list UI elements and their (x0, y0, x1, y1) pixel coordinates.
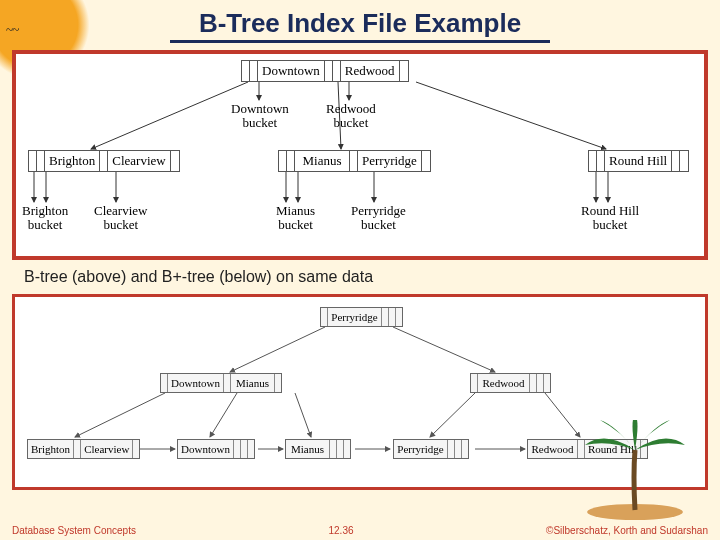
pointer-cell (74, 440, 81, 458)
svg-line-19 (545, 393, 580, 437)
btree-leaf-node: Round Hill (588, 150, 689, 172)
key-cell: Clearview (81, 440, 133, 458)
key-cell: Perryridge (394, 440, 448, 458)
bplus-leaf-node: Downtown (177, 439, 255, 459)
pointer-cell (597, 151, 605, 171)
pointer-cell (325, 61, 333, 81)
bucket-label: Redwood bucket (326, 102, 376, 131)
title-underline (170, 40, 550, 43)
pointer-cell (471, 374, 478, 392)
svg-point-24 (587, 504, 683, 520)
bucket-label: Downtown bucket (231, 102, 289, 131)
svg-line-16 (210, 393, 237, 437)
footer-right: ©Silberschatz, Korth and Sudarshan (546, 525, 708, 536)
pointer-cell (344, 440, 350, 458)
bplus-root-node: Perryridge (320, 307, 403, 327)
pointer-cell (234, 440, 241, 458)
key-cell: Clearview (108, 151, 170, 171)
key-cell: Downtown (258, 61, 325, 81)
pointer-cell (37, 151, 45, 171)
bucket-label: Mianus bucket (276, 204, 315, 233)
btree-panel: Downtown Redwood Downtown bucket Redwood… (12, 50, 708, 260)
svg-line-15 (75, 393, 165, 437)
pointer-cell (672, 151, 680, 171)
pointer-cell (589, 151, 597, 171)
pointer-cell (455, 440, 462, 458)
key-cell: Redwood (478, 374, 530, 392)
key-cell: Brighton (45, 151, 100, 171)
footer-mid: 12.36 (329, 525, 354, 536)
pointer-cell (641, 440, 647, 458)
key-cell: Perryridge (328, 308, 382, 326)
pointer-cell (537, 374, 544, 392)
pointer-cell (241, 440, 248, 458)
pointer-cell (422, 151, 430, 171)
pointer-cell (250, 61, 258, 81)
pointer-cell (287, 151, 295, 171)
svg-line-17 (295, 393, 311, 437)
pointer-cell (333, 61, 341, 81)
slide-title: B-Tree Index File Example (0, 8, 720, 39)
bplus-leaf-node: Mianus (285, 439, 351, 459)
key-cell: Round Hill (605, 151, 672, 171)
key-cell: Redwood (528, 440, 578, 458)
footer-left: Database System Concepts (12, 525, 136, 536)
key-cell: Mianus (295, 151, 350, 171)
pointer-cell (321, 308, 328, 326)
key-cell: Downtown (178, 440, 234, 458)
pointer-cell (275, 374, 281, 392)
svg-line-0 (91, 82, 248, 149)
pointer-cell (171, 151, 179, 171)
pointer-cell (161, 374, 168, 392)
pointer-cell (680, 151, 688, 171)
caption-text: B-tree (above) and B+-tree (below) on sa… (24, 268, 373, 286)
pointer-cell (248, 440, 254, 458)
bplus-panel: Perryridge Downtown Mianus Redwood Brigh… (12, 294, 708, 490)
pointer-cell (530, 374, 537, 392)
key-cell: Round Hill (585, 440, 641, 458)
bplus-leaf-node: Brighton Clearview (27, 439, 140, 459)
pointer-cell (389, 308, 396, 326)
key-cell: Mianus (231, 374, 275, 392)
bplus-internal-node: Downtown Mianus (160, 373, 282, 393)
pointer-cell (396, 308, 402, 326)
pointer-cell (224, 374, 231, 392)
key-cell: Mianus (286, 440, 330, 458)
pointer-cell (242, 61, 250, 81)
pointer-cell (279, 151, 287, 171)
btree-leaf-node: Brighton Clearview (28, 150, 180, 172)
pointer-cell (544, 374, 550, 392)
pointer-cell (330, 440, 337, 458)
footer: Database System Concepts 12.36 ©Silbersc… (0, 525, 720, 536)
pointer-cell (350, 151, 358, 171)
key-cell: Perryridge (358, 151, 422, 171)
svg-line-2 (416, 82, 606, 149)
svg-line-13 (230, 327, 325, 372)
pointer-cell (382, 308, 389, 326)
svg-line-18 (430, 393, 475, 437)
bplus-leaf-node: Redwood Round Hill (527, 439, 648, 459)
pointer-cell (100, 151, 108, 171)
key-cell: Brighton (28, 440, 74, 458)
svg-line-14 (393, 327, 495, 372)
pointer-cell (29, 151, 37, 171)
key-cell: Redwood (341, 61, 400, 81)
bucket-label: Round Hill bucket (581, 204, 639, 233)
bplus-leaf-node: Perryridge (393, 439, 469, 459)
pointer-cell (337, 440, 344, 458)
btree-root-node: Downtown Redwood (241, 60, 409, 82)
bucket-label: Perryridge bucket (351, 204, 406, 233)
pointer-cell (133, 440, 139, 458)
bplus-internal-node: Redwood (470, 373, 551, 393)
pointer-cell (400, 61, 408, 81)
bucket-label: Clearview bucket (94, 204, 147, 233)
key-cell: Downtown (168, 374, 224, 392)
bucket-label: Brighton bucket (22, 204, 68, 233)
pointer-cell (462, 440, 468, 458)
btree-leaf-node: Mianus Perryridge (278, 150, 431, 172)
pointer-cell (448, 440, 455, 458)
pointer-cell (578, 440, 585, 458)
